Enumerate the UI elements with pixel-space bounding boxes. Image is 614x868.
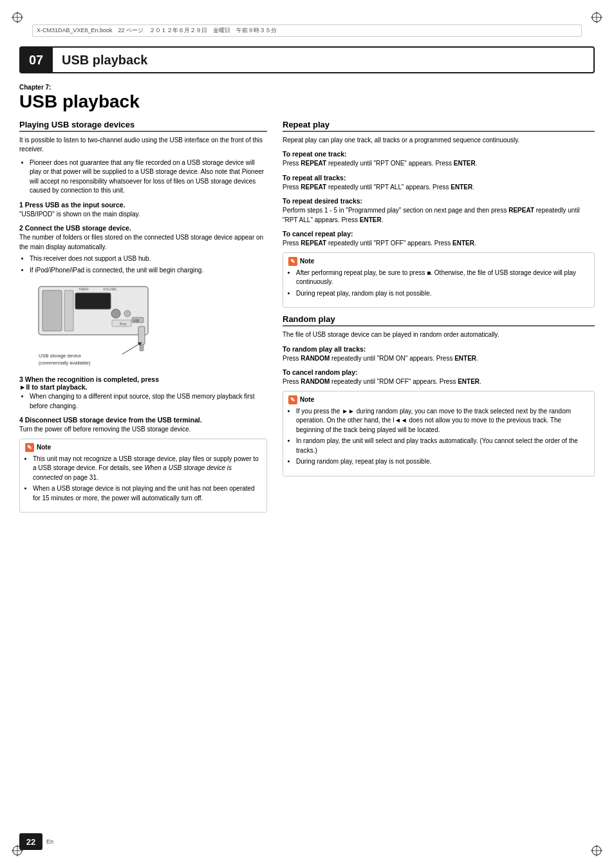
- svg-line-26: [122, 343, 140, 354]
- left-note-title: ✎ Note: [25, 443, 261, 452]
- step1-heading: 1 Press USB as the input source.: [19, 201, 267, 209]
- step4-heading: 4 Disconnect USB storage device from the…: [19, 416, 267, 424]
- repeat-one-heading: To repeat one track:: [283, 150, 595, 158]
- random-section-heading: Random play: [283, 314, 595, 326]
- intro-bullets: Pioneer does not guarantee that any file…: [30, 158, 267, 196]
- step1-body-text: "USB/IPOD" is shown on the main display.: [19, 211, 140, 218]
- svg-point-18: [111, 309, 120, 318]
- random-intro: The file of USB storage device can be pl…: [283, 330, 595, 340]
- right-note-title-2: ✎ Note: [288, 395, 589, 404]
- step4-body: Turn the power off before removing the U…: [19, 425, 267, 435]
- intro-text: It is possible to listen to two-channel …: [19, 136, 267, 155]
- step3-label2: ►II to start playback.: [19, 383, 88, 391]
- cancel-repeat-body: Press REPEAT repeatedly until "RPT OFF" …: [283, 239, 595, 249]
- left-column: Playing USB storage devices It is possib…: [19, 120, 267, 829]
- svg-rect-25: [140, 344, 144, 351]
- list-item: This receiver does not support a USB hub…: [30, 254, 267, 264]
- list-item: During random play, repeat play is not p…: [296, 457, 589, 467]
- page-number: 22: [19, 833, 42, 850]
- step1-label: 1 Press USB as the input source.: [19, 201, 126, 209]
- repeat-intro: Repeat play can play one track, all trac…: [283, 136, 595, 146]
- left-note-bullets: This unit may not recognize a USB storag…: [33, 455, 261, 504]
- device-diagram: TIMER VOLUME iPod USB: [32, 280, 161, 370]
- list-item: After performing repeat play, be sure to…: [296, 269, 589, 287]
- svg-text:TIMER: TIMER: [79, 287, 89, 291]
- right-note-box-2: ✎ Note If you press the ►► during random…: [283, 391, 595, 476]
- step2-heading: 2 Connect the USB storage device.: [19, 224, 267, 232]
- note-icon-1: ✎: [288, 257, 297, 266]
- svg-rect-15: [75, 293, 111, 309]
- svg-text:USB storage device: USB storage device: [39, 353, 81, 359]
- corner-mark-tl: [12, 12, 23, 23]
- chapter-number: 07: [19, 46, 53, 73]
- svg-rect-13: [42, 290, 62, 331]
- right-note1-bullets: After performing repeat play, be sure to…: [296, 269, 589, 299]
- page: X-CM31DAB_VXE8_En.book 22 ページ ２０１２年６月２９日…: [0, 0, 614, 868]
- cancel-random-heading: To cancel random play:: [283, 368, 595, 376]
- random-all-body: Press RANDOM repeatedly until "RDM ON" a…: [283, 354, 595, 364]
- device-svg: TIMER VOLUME iPod USB: [32, 280, 161, 370]
- svg-rect-24: [138, 326, 145, 344]
- cancel-random-body: Press RANDOM repeatedly until "RDM OFF" …: [283, 377, 595, 387]
- chapter-title-box: USB playback: [53, 46, 595, 73]
- cancel-repeat-heading: To cancel repeat play:: [283, 230, 595, 238]
- list-item: If you press the ►► during random play, …: [296, 407, 589, 435]
- chapter-header: 07 USB playback: [19, 46, 595, 73]
- repeat-desired-heading: To repeat desired tracks:: [283, 197, 595, 205]
- list-item: This unit may not recognize a USB storag…: [33, 455, 261, 483]
- chapter-title: USB playback: [62, 53, 147, 68]
- right-note2-bullets: If you press the ►► during random play, …: [296, 407, 589, 467]
- svg-text:(commercially available): (commercially available): [39, 360, 91, 366]
- page-big-title: USB playback: [19, 92, 595, 112]
- corner-mark-br: [591, 845, 602, 856]
- svg-point-19: [124, 310, 131, 317]
- right-note-title-1: ✎ Note: [288, 257, 589, 266]
- svg-rect-14: [64, 290, 73, 331]
- right-note-box-1: ✎ Note After performing repeat play, be …: [283, 252, 595, 308]
- two-column-layout: Playing USB storage devices It is possib…: [19, 120, 595, 829]
- list-item: During repeat play, random play is not p…: [296, 289, 589, 299]
- note-icon: ✎: [25, 443, 34, 452]
- content-area: Chapter 7: USB playback Playing USB stor…: [19, 84, 595, 829]
- svg-text:VOLUME: VOLUME: [103, 287, 117, 291]
- step3-bullets: When changing to a different input sourc…: [30, 392, 267, 411]
- list-item: If iPod/iPhone/iPad is connected, the un…: [30, 266, 267, 276]
- repeat-all-heading: To repeat all tracks:: [283, 174, 595, 182]
- step2-body: The number of folders or files stored on…: [19, 233, 267, 252]
- repeat-desired-body: Perform steps 1 - 5 in "Programmed play"…: [283, 206, 595, 225]
- step1-body: "USB/IPOD" is shown on the main display.: [19, 210, 267, 220]
- list-item: When changing to a different input sourc…: [30, 392, 267, 411]
- step3-label: 3 When the recognition is completed, pre…: [19, 375, 159, 383]
- repeat-one-body: Press REPEAT repeatedly until "RPT ONE" …: [283, 159, 595, 169]
- page-footer: 22 En: [19, 833, 53, 850]
- list-item: When a USB storage device is not playing…: [33, 484, 261, 503]
- corner-mark-tr: [591, 12, 602, 23]
- repeat-section-heading: Repeat play: [283, 120, 595, 132]
- right-column: Repeat play Repeat play can play one tra…: [283, 120, 595, 829]
- svg-text:iPod: iPod: [120, 322, 126, 326]
- step2-bullets: This receiver does not support a USB hub…: [30, 254, 267, 275]
- page-lang: En: [46, 838, 53, 845]
- file-path-bar: X-CM31DAB_VXE8_En.book 22 ページ ２０１２年６月２９日…: [32, 24, 582, 37]
- list-item: Pioneer does not guarantee that any file…: [30, 158, 267, 196]
- step3-heading: 3 When the recognition is completed, pre…: [19, 375, 267, 391]
- left-section-heading: Playing USB storage devices: [19, 120, 267, 132]
- list-item: In random play, the unit will select and…: [296, 437, 589, 455]
- svg-text:USB: USB: [133, 319, 139, 323]
- note-icon-2: ✎: [288, 395, 297, 404]
- left-note-box: ✎ Note This unit may not recognize a USB…: [19, 439, 267, 513]
- repeat-all-body: Press REPEAT repeatedly until "RPT ALL" …: [283, 183, 595, 193]
- file-path-text: X-CM31DAB_VXE8_En.book 22 ページ ２０１２年６月２９日…: [37, 26, 277, 35]
- random-all-heading: To random play all tracks:: [283, 345, 595, 353]
- chapter-label: Chapter 7:: [19, 84, 595, 91]
